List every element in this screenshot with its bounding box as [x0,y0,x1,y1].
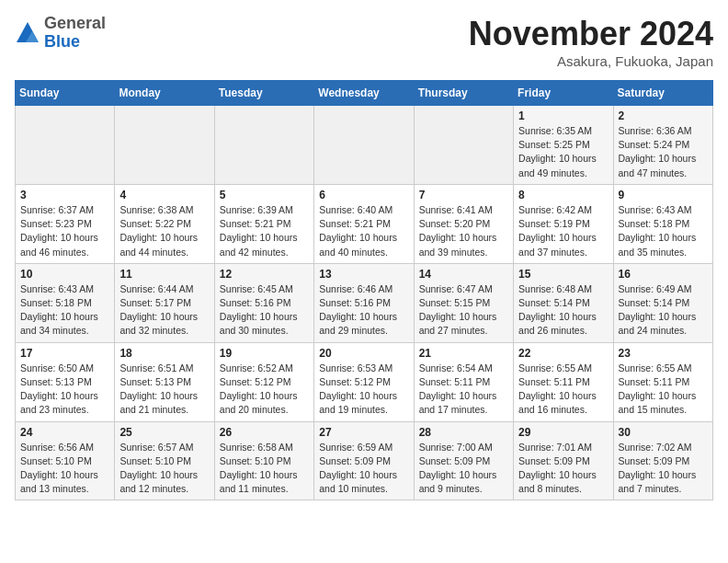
calendar-cell: 22Sunrise: 6:55 AM Sunset: 5:11 PM Dayli… [514,342,613,421]
day-info: Sunrise: 6:57 AM Sunset: 5:10 PM Dayligh… [119,441,209,497]
day-number: 29 [518,426,608,439]
calendar-cell: 9Sunrise: 6:43 AM Sunset: 5:18 PM Daylig… [613,184,712,263]
day-number: 17 [20,347,109,360]
weekday-header: Wednesday [314,81,414,106]
calendar-cell: 27Sunrise: 6:59 AM Sunset: 5:09 PM Dayli… [314,421,414,500]
day-info: Sunrise: 6:58 AM Sunset: 5:10 PM Dayligh… [220,441,309,497]
day-number: 15 [518,268,608,281]
day-number: 14 [419,268,508,281]
day-number: 2 [619,109,708,122]
calendar-week-row: 24Sunrise: 6:56 AM Sunset: 5:10 PM Dayli… [16,421,713,500]
weekday-header: Friday [514,81,613,106]
day-number: 25 [119,426,209,439]
calendar-cell: 20Sunrise: 6:53 AM Sunset: 5:12 PM Dayli… [314,342,414,421]
day-number: 9 [619,189,708,201]
day-number: 26 [220,426,309,439]
day-info: Sunrise: 6:39 AM Sunset: 5:21 PM Dayligh… [220,203,309,259]
calendar-week-row: 1Sunrise: 6:35 AM Sunset: 5:25 PM Daylig… [16,106,713,185]
calendar-header: SundayMondayTuesdayWednesdayThursdayFrid… [16,81,713,106]
day-number: 24 [20,426,109,439]
day-number: 7 [419,189,508,201]
calendar-cell [414,106,513,185]
day-number: 13 [319,268,408,281]
calendar-cell: 26Sunrise: 6:58 AM Sunset: 5:10 PM Dayli… [214,421,313,500]
day-info: Sunrise: 6:42 AM Sunset: 5:19 PM Dayligh… [518,203,608,259]
calendar-cell: 21Sunrise: 6:54 AM Sunset: 5:11 PM Dayli… [414,342,513,421]
day-number: 1 [518,109,608,122]
day-info: Sunrise: 6:55 AM Sunset: 5:11 PM Dayligh… [619,362,708,418]
day-info: Sunrise: 6:46 AM Sunset: 5:16 PM Dayligh… [319,282,408,339]
calendar-cell: 8Sunrise: 6:42 AM Sunset: 5:19 PM Daylig… [514,184,613,263]
day-info: Sunrise: 6:51 AM Sunset: 5:13 PM Dayligh… [119,362,209,418]
calendar-cell: 14Sunrise: 6:47 AM Sunset: 5:15 PM Dayli… [414,263,513,342]
day-number: 27 [319,426,408,439]
calendar-cell: 3Sunrise: 6:37 AM Sunset: 5:23 PM Daylig… [16,184,115,263]
day-info: Sunrise: 7:02 AM Sunset: 5:09 PM Dayligh… [619,441,708,497]
day-info: Sunrise: 7:00 AM Sunset: 5:09 PM Dayligh… [419,441,508,497]
calendar-cell: 19Sunrise: 6:52 AM Sunset: 5:12 PM Dayli… [214,342,313,421]
weekday-row: SundayMondayTuesdayWednesdayThursdayFrid… [16,81,713,106]
day-number: 19 [220,347,309,360]
day-number: 10 [20,268,109,281]
day-number: 3 [20,189,109,201]
day-info: Sunrise: 6:56 AM Sunset: 5:10 PM Dayligh… [20,441,109,497]
calendar-cell: 11Sunrise: 6:44 AM Sunset: 5:17 PM Dayli… [115,263,214,342]
calendar-cell [214,106,313,185]
day-info: Sunrise: 6:48 AM Sunset: 5:14 PM Dayligh… [518,282,608,339]
weekday-header: Sunday [16,81,115,106]
calendar-cell: 12Sunrise: 6:45 AM Sunset: 5:16 PM Dayli… [214,263,313,342]
day-info: Sunrise: 6:41 AM Sunset: 5:20 PM Dayligh… [419,203,508,259]
day-info: Sunrise: 6:37 AM Sunset: 5:23 PM Dayligh… [20,203,109,259]
location-subtitle: Asakura, Fukuoka, Japan [469,53,713,69]
calendar-cell: 25Sunrise: 6:57 AM Sunset: 5:10 PM Dayli… [115,421,214,500]
calendar-body: 1Sunrise: 6:35 AM Sunset: 5:25 PM Daylig… [16,106,713,500]
day-info: Sunrise: 6:36 AM Sunset: 5:24 PM Dayligh… [619,124,708,180]
day-info: Sunrise: 6:50 AM Sunset: 5:13 PM Dayligh… [20,362,109,418]
calendar-cell: 18Sunrise: 6:51 AM Sunset: 5:13 PM Dayli… [115,342,214,421]
calendar-cell: 7Sunrise: 6:41 AM Sunset: 5:20 PM Daylig… [414,184,513,263]
calendar-table: SundayMondayTuesdayWednesdayThursdayFrid… [15,80,713,500]
day-number: 16 [619,268,708,281]
day-number: 30 [619,426,708,439]
day-info: Sunrise: 6:53 AM Sunset: 5:12 PM Dayligh… [319,362,408,418]
calendar-cell: 10Sunrise: 6:43 AM Sunset: 5:18 PM Dayli… [16,263,115,342]
day-number: 21 [419,347,508,360]
calendar-cell: 30Sunrise: 7:02 AM Sunset: 5:09 PM Dayli… [613,421,712,500]
day-info: Sunrise: 6:45 AM Sunset: 5:16 PM Dayligh… [220,282,309,339]
day-number: 18 [119,347,209,360]
logo: General Blue [15,15,106,52]
title-block: November 2024 Asakura, Fukuoka, Japan [469,15,713,69]
day-info: Sunrise: 6:54 AM Sunset: 5:11 PM Dayligh… [419,362,508,418]
weekday-header: Saturday [613,81,712,106]
day-info: Sunrise: 6:44 AM Sunset: 5:17 PM Dayligh… [119,282,209,339]
calendar-cell: 4Sunrise: 6:38 AM Sunset: 5:22 PM Daylig… [115,184,214,263]
day-info: Sunrise: 6:59 AM Sunset: 5:09 PM Dayligh… [319,441,408,497]
day-number: 8 [518,189,608,201]
day-number: 22 [518,347,608,360]
day-info: Sunrise: 7:01 AM Sunset: 5:09 PM Dayligh… [518,441,608,497]
calendar-week-row: 10Sunrise: 6:43 AM Sunset: 5:18 PM Dayli… [16,263,713,342]
day-info: Sunrise: 6:43 AM Sunset: 5:18 PM Dayligh… [619,203,708,259]
day-info: Sunrise: 6:55 AM Sunset: 5:11 PM Dayligh… [518,362,608,418]
calendar-cell: 5Sunrise: 6:39 AM Sunset: 5:21 PM Daylig… [214,184,313,263]
month-title: November 2024 [469,15,713,53]
calendar-cell [16,106,115,185]
day-info: Sunrise: 6:49 AM Sunset: 5:14 PM Dayligh… [619,282,708,339]
day-info: Sunrise: 6:35 AM Sunset: 5:25 PM Dayligh… [518,124,608,180]
day-number: 20 [319,347,408,360]
calendar-cell: 16Sunrise: 6:49 AM Sunset: 5:14 PM Dayli… [613,263,712,342]
calendar-cell: 1Sunrise: 6:35 AM Sunset: 5:25 PM Daylig… [514,106,613,185]
calendar-cell: 2Sunrise: 6:36 AM Sunset: 5:24 PM Daylig… [613,106,712,185]
page-header: General Blue November 2024 Asakura, Fuku… [15,15,713,69]
logo-icon [15,20,40,46]
day-number: 5 [220,189,309,201]
day-number: 23 [619,347,708,360]
day-info: Sunrise: 6:40 AM Sunset: 5:21 PM Dayligh… [319,203,408,259]
calendar-week-row: 17Sunrise: 6:50 AM Sunset: 5:13 PM Dayli… [16,342,713,421]
calendar-cell: 24Sunrise: 6:56 AM Sunset: 5:10 PM Dayli… [16,421,115,500]
day-number: 11 [119,268,209,281]
calendar-cell: 28Sunrise: 7:00 AM Sunset: 5:09 PM Dayli… [414,421,513,500]
day-info: Sunrise: 6:38 AM Sunset: 5:22 PM Dayligh… [119,203,209,259]
weekday-header: Tuesday [214,81,313,106]
day-number: 12 [220,268,309,281]
